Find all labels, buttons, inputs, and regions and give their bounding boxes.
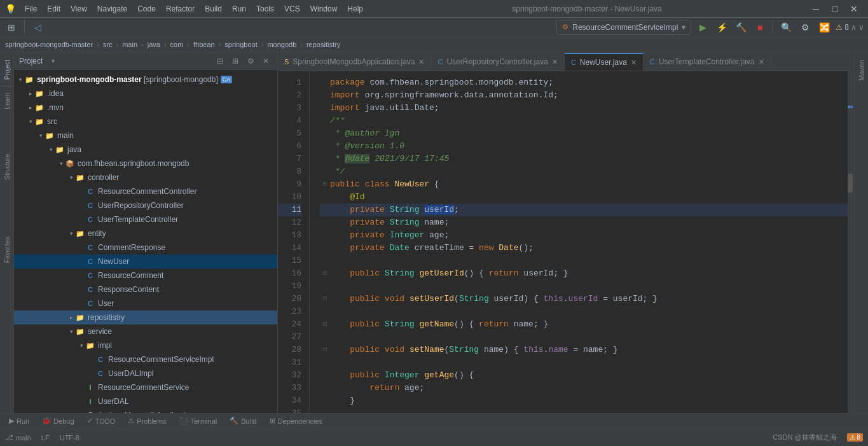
- tree-item-user-repo-ctrl[interactable]: ▸ C UserRepositoryController: [14, 199, 277, 213]
- scroll-to-source-icon[interactable]: ⊞: [229, 55, 242, 67]
- structure-icon[interactable]: Structure: [1, 151, 13, 183]
- tab-close-user-template[interactable]: ✕: [759, 58, 764, 66]
- scroll-thumb[interactable]: [848, 174, 853, 193]
- status-git[interactable]: ⎇ main: [5, 433, 31, 442]
- tab-close-springboot[interactable]: ✕: [418, 58, 424, 66]
- status-lf[interactable]: LF: [41, 434, 50, 442]
- build-button[interactable]: 🔨: [733, 20, 748, 35]
- tree-item-springboot-app[interactable]: ▸ C SpringbootMongodbApplication: [14, 408, 277, 413]
- tree-item-idea[interactable]: ▸ 📁 .idea: [14, 87, 277, 101]
- menu-navigate[interactable]: Navigate: [93, 3, 131, 15]
- menu-bar[interactable]: File Edit View Navigate Code Refactor Bu…: [21, 3, 367, 15]
- minimize-button[interactable]: ─: [807, 2, 825, 16]
- bottom-tab-problems[interactable]: ⚠ Problems: [124, 414, 170, 428]
- menu-run[interactable]: Run: [228, 3, 250, 15]
- bottom-tab-run[interactable]: ▶ Run: [5, 414, 33, 428]
- panel-close-icon[interactable]: ✕: [259, 55, 272, 67]
- maven-panel-label[interactable]: Maven: [858, 57, 865, 83]
- fold-20[interactable]: ⊟: [320, 293, 330, 305]
- tree-item-repositistry[interactable]: ▸ 📁 repositistry: [14, 310, 277, 324]
- breadcrumb-project[interactable]: springboot-mongodb-master: [5, 41, 93, 48]
- tree-item-user-dal-impl[interactable]: ▸ C UserDALImpl: [14, 366, 277, 380]
- menu-code[interactable]: Code: [134, 3, 160, 15]
- maximize-button[interactable]: □: [826, 2, 844, 16]
- fold-28[interactable]: ⊟: [320, 344, 330, 356]
- search-button[interactable]: 🔍: [778, 20, 794, 35]
- tree-item-service[interactable]: ▾ 📁 service: [14, 324, 277, 338]
- coverage-button[interactable]: ⚡: [714, 20, 729, 35]
- tree-item-rcs-impl[interactable]: ▸ C ResourceCommentServiceImpl: [14, 352, 277, 366]
- tree-item-response-content[interactable]: ▸ C ResponseContent: [14, 282, 277, 296]
- learn-icon[interactable]: Learn: [1, 90, 13, 112]
- tree-item-impl[interactable]: ▾ 📁 impl: [14, 338, 277, 352]
- menu-edit[interactable]: Edit: [43, 3, 64, 15]
- fold-16[interactable]: ⊟: [320, 267, 330, 280]
- git-button[interactable]: 🔀: [816, 20, 832, 35]
- status-csdn[interactable]: CSDN @抹香鲸之海: [773, 433, 836, 442]
- close-button[interactable]: ✕: [845, 2, 863, 16]
- menu-tools[interactable]: Tools: [252, 3, 278, 15]
- tree-item-controller[interactable]: ▾ 📁 controller: [14, 171, 277, 185]
- tree-item-user[interactable]: ▸ C User: [14, 296, 277, 310]
- project-panel-toggle[interactable]: Project: [1, 57, 13, 82]
- window-controls[interactable]: ─ □ ✕: [807, 2, 863, 16]
- warnings-indicator[interactable]: ⚠ 8 ∧ ∨: [836, 23, 864, 32]
- fold-24[interactable]: ⊟: [320, 318, 330, 331]
- breadcrumb-fhbean[interactable]: fhbean: [193, 41, 215, 48]
- menu-help[interactable]: Help: [343, 3, 367, 15]
- bottom-tab-todo[interactable]: ✓ TODO: [83, 414, 120, 428]
- bottom-tab-debug[interactable]: 🐞 Debug: [38, 414, 78, 428]
- fold-9[interactable]: ⊟: [320, 178, 330, 191]
- breadcrumb-mongodb[interactable]: mongodb: [267, 41, 296, 48]
- settings-button[interactable]: ⚙: [797, 20, 813, 35]
- favorites-icon[interactable]: Favorites: [1, 234, 13, 265]
- menu-window[interactable]: Window: [307, 3, 341, 15]
- tree-item-newuser[interactable]: ▸ C NewUser: [14, 254, 277, 268]
- tree-item-root[interactable]: ▾ 📁 springboot-mongodb-master [springboo…: [14, 73, 277, 87]
- project-panel-dropdown[interactable]: ▾: [52, 57, 55, 64]
- tree-item-src[interactable]: ▾ 📁 src: [14, 115, 277, 129]
- panel-settings-icon[interactable]: ⚙: [244, 55, 257, 67]
- stop-button[interactable]: ■: [752, 20, 768, 35]
- project-structure-button[interactable]: ⊞: [4, 20, 19, 35]
- tree-item-entity[interactable]: ▾ 📁 entity: [14, 226, 277, 240]
- tree-item-resource-comment-ctrl[interactable]: ▸ C ResourceCommentController: [14, 185, 277, 199]
- tree-item-comment-response[interactable]: ▸ C CommentResponse: [14, 240, 277, 254]
- tree-item-java[interactable]: ▾ 📁 java: [14, 143, 277, 157]
- tab-user-repo-ctrl[interactable]: C UserRepositoryController.java ✕: [431, 53, 564, 71]
- tab-springboot-app[interactable]: S SpringbootMongodbApplication.java ✕: [278, 53, 431, 71]
- tree-item-com-pkg[interactable]: ▾ 📦 com.fhbean.springboot.mongodb: [14, 157, 277, 171]
- code-content[interactable]: package com.fhbean.springboot.mongodb.en…: [310, 71, 848, 413]
- menu-build[interactable]: Build: [201, 3, 226, 15]
- breadcrumb-main[interactable]: main: [122, 41, 137, 48]
- breadcrumb-src[interactable]: src: [103, 41, 113, 48]
- tab-newuser[interactable]: C NewUser.java ✕: [565, 53, 644, 71]
- tree-item-user-dal[interactable]: ▸ I UserDAL: [14, 394, 277, 408]
- menu-file[interactable]: File: [21, 3, 41, 15]
- breadcrumb-springboot[interactable]: springboot: [224, 41, 257, 48]
- menu-vcs[interactable]: VCS: [280, 3, 304, 15]
- bottom-tab-terminal[interactable]: ⬛ Terminal: [176, 414, 221, 428]
- editor-scrollbar[interactable]: [848, 71, 854, 413]
- tree-item-rcs-interface[interactable]: ▸ I ResourceCommentService: [14, 380, 277, 394]
- menu-refactor[interactable]: Refactor: [162, 3, 198, 15]
- back-button[interactable]: ◁: [30, 20, 45, 35]
- run-button[interactable]: ▶: [695, 20, 710, 35]
- status-warnings[interactable]: ⚠ 8: [847, 433, 863, 442]
- tree-item-resource-comment[interactable]: ▸ C ResourceComment: [14, 268, 277, 282]
- tree-item-mvn[interactable]: ▸ 📁 .mvn: [14, 101, 277, 115]
- breadcrumb-repositistry[interactable]: repositistry: [307, 41, 340, 48]
- breadcrumb-java[interactable]: java: [148, 41, 160, 48]
- menu-view[interactable]: View: [67, 3, 91, 15]
- bottom-tab-build[interactable]: 🔨 Build: [226, 414, 260, 428]
- tree-item-main[interactable]: ▾ 📁 main: [14, 129, 277, 143]
- collapse-all-icon[interactable]: ⊟: [214, 55, 226, 67]
- bottom-tab-dependencies[interactable]: ⊞ Dependencies: [266, 414, 326, 428]
- tree-item-user-template-ctrl[interactable]: ▸ C UserTemplateController: [14, 213, 277, 226]
- tab-user-template-ctrl[interactable]: C UserTemplateController.java ✕: [644, 53, 771, 71]
- tab-close-user-repo[interactable]: ✕: [552, 58, 558, 66]
- status-encoding[interactable]: UTF-8: [60, 434, 79, 442]
- breadcrumb-com[interactable]: com: [170, 41, 184, 48]
- tab-close-newuser[interactable]: ✕: [631, 59, 637, 67]
- run-config-selector[interactable]: ⚙ ResourceCommentServiceImpl ▾: [556, 20, 691, 35]
